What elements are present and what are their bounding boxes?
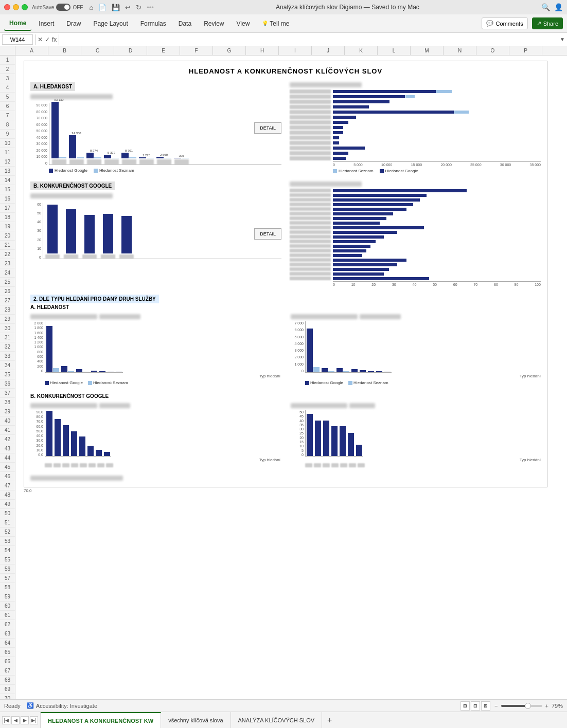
row-31: 31 — [0, 333, 15, 342]
col-header-e[interactable]: E — [147, 46, 180, 55]
zoom-slider[interactable] — [501, 705, 542, 707]
tab-formulas[interactable]: Formulas — [135, 17, 171, 30]
row-15: 15 — [0, 185, 15, 194]
col-header-a[interactable]: A — [15, 46, 48, 55]
row-64: 64 — [0, 639, 15, 648]
hbar-row — [290, 120, 541, 124]
bar-google-8 — [174, 158, 181, 158]
bar-google-6 — [139, 157, 146, 158]
legend-seznam-dot — [94, 169, 98, 173]
ribbon-right: 💬 Comments ↗ Share — [482, 17, 563, 29]
tab-last-btn[interactable]: ▶| — [30, 716, 38, 724]
title-bar: AutoSave OFF ⌂ 📄 💾 ↩ ↻ ••• Analýza klíčo… — [0, 0, 567, 14]
save-icon[interactable]: 💾 — [112, 4, 120, 11]
tab-data[interactable]: Data — [173, 17, 197, 30]
col-header-j[interactable]: J — [312, 46, 345, 55]
hbar-x-axis: 0 5 000 10 000 15 000 20 000 25 000 30 0… — [333, 161, 541, 167]
bar-google-2 — [69, 135, 76, 158]
page-break-view-btn[interactable]: ⊠ — [481, 701, 490, 711]
home-icon[interactable]: ⌂ — [89, 4, 93, 11]
row-23: 23 — [0, 259, 15, 268]
col-header-i[interactable]: I — [279, 46, 312, 55]
col-header-p[interactable]: P — [509, 46, 542, 55]
col-header-l[interactable]: L — [378, 46, 411, 55]
row-66: 66 — [0, 657, 15, 666]
tab-review[interactable]: Review — [199, 17, 229, 30]
tab-next-btn[interactable]: ▶ — [21, 716, 29, 724]
minimize-button[interactable] — [13, 4, 19, 10]
maximize-button[interactable] — [22, 4, 28, 10]
accessibility-area[interactable]: ♿ Accessibility: Investigate — [27, 702, 97, 709]
col-header-c[interactable]: C — [81, 46, 114, 55]
close-button[interactable] — [4, 4, 10, 10]
zoom-level: 79% — [552, 703, 563, 709]
undo-icon[interactable]: ↩ — [125, 4, 131, 11]
tab-hledanost[interactable]: HLEDANOST A KONKURENČNOST KW — [41, 712, 161, 728]
section2b-label: B. KONKURENČNOST GOOGLE — [30, 393, 541, 399]
col-header-d[interactable]: D — [114, 46, 147, 55]
row-53: 53 — [0, 537, 15, 546]
insert-function-icon[interactable]: fx — [52, 36, 57, 43]
accessibility-icon: ♿ — [27, 702, 34, 709]
normal-view-btn[interactable]: ⊞ — [460, 701, 470, 711]
status-right: ⊞ ⊟ ⊠ − + 79% — [460, 701, 563, 711]
confirm-formula-icon[interactable]: ✓ — [45, 36, 50, 43]
col-header-k[interactable]: K — [345, 46, 378, 55]
formula-expand-icon[interactable]: ▼ — [560, 37, 565, 42]
cell-reference[interactable]: W144 — [2, 34, 33, 45]
new-file-icon[interactable]: 📄 — [98, 4, 107, 11]
col-header-g[interactable]: G — [213, 46, 246, 55]
row-4: 4 — [0, 83, 15, 93]
section1b-label: B. KONKURENČNOST GOOGLE — [30, 181, 115, 190]
row-21: 21 — [0, 241, 15, 250]
col-header-b[interactable]: B — [48, 46, 81, 55]
row-34: 34 — [0, 361, 15, 370]
detail-button-1[interactable]: DETAIL — [254, 122, 281, 134]
col-header-o[interactable]: O — [476, 46, 509, 55]
col-header-f[interactable]: F — [180, 46, 213, 55]
row-50: 50 — [0, 509, 15, 518]
row-60: 60 — [0, 602, 15, 611]
col-header-n[interactable]: N — [444, 46, 476, 55]
bottom-blurred-section — [30, 476, 541, 481]
row-51: 51 — [0, 518, 15, 527]
tab-first-btn[interactable]: |◀ — [2, 716, 10, 724]
row-26: 26 — [0, 287, 15, 296]
tab-home[interactable]: Home — [4, 16, 31, 31]
search-icon[interactable]: 🔍 — [541, 3, 550, 11]
comments-button[interactable]: 💬 Comments — [482, 17, 527, 29]
page-layout-view-btn[interactable]: ⊟ — [471, 701, 480, 711]
bar-seznam-1 — [59, 157, 66, 158]
detail-button-1b[interactable]: DETAIL — [254, 228, 281, 240]
cells-area[interactable]: HLEDANOST A KONKURENČNOST KLÍČOVÝCH SLOV… — [15, 56, 567, 699]
zoom-minus-icon[interactable]: − — [494, 703, 498, 709]
row-24: 24 — [0, 268, 15, 278]
col-header-m[interactable]: M — [411, 46, 444, 55]
tab-page-layout[interactable]: Page Layout — [88, 17, 133, 30]
account-icon[interactable]: 👤 — [554, 3, 563, 11]
autosave-toggle[interactable] — [56, 4, 70, 11]
row-numbers: 1 2 3 4 5 6 7 8 9 10 11 12 13 14 15 16 1… — [0, 56, 15, 699]
zoom-plus-icon[interactable]: + — [545, 703, 548, 709]
col-header-h[interactable]: H — [246, 46, 279, 55]
tab-vsechny[interactable]: všechny klíčová slova — [161, 712, 231, 728]
tab-prev-btn[interactable]: ◀ — [11, 716, 20, 724]
legend-google-label: Hledanost Google — [55, 168, 87, 173]
view-buttons: ⊞ ⊟ ⊠ — [460, 701, 490, 711]
share-button[interactable]: ↗ Share — [532, 17, 563, 29]
formula-input[interactable] — [61, 37, 558, 43]
status-bar: Ready ♿ Accessibility: Investigate ⊞ ⊟ ⊠… — [0, 699, 567, 712]
tab-draw[interactable]: Draw — [61, 17, 86, 30]
row-65: 65 — [0, 648, 15, 657]
cancel-formula-icon[interactable]: ✕ — [38, 36, 43, 43]
bar-chart-1b — [43, 203, 281, 259]
redo-icon[interactable]: ↻ — [136, 4, 141, 11]
tab-view[interactable]: View — [232, 17, 255, 30]
tab-insert[interactable]: Insert — [33, 17, 59, 30]
tab-analyza[interactable]: ANALÝZA KLÍČOVÝCH SLOV — [231, 712, 323, 728]
tab-tell-me[interactable]: 💡 Tell me — [257, 17, 294, 30]
hbar-row — [290, 105, 541, 109]
add-sheet-btn[interactable]: + — [322, 712, 337, 728]
row-55: 55 — [0, 555, 15, 565]
formula-divider2 — [59, 34, 59, 45]
